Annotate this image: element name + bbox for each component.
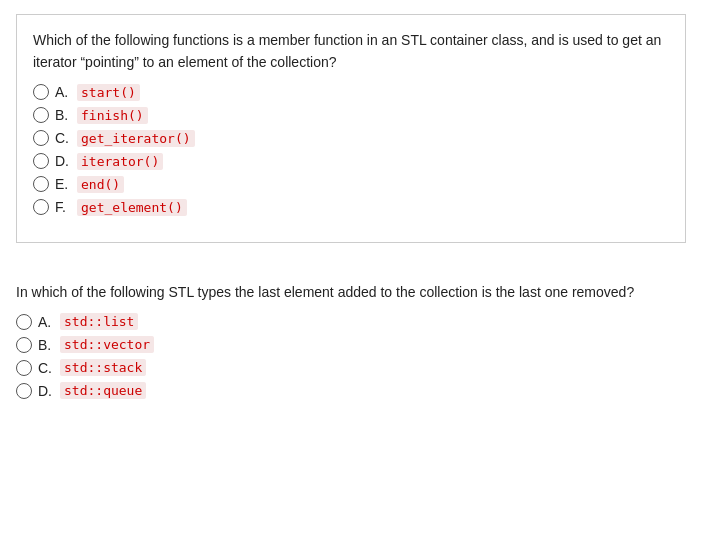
option-code: get_iterator() <box>77 130 195 147</box>
question2-block: In which of the following STL types the … <box>16 281 686 399</box>
question1-options: A.start()B.finish()C.get_iterator()D.ite… <box>33 84 669 216</box>
option-letter: B. <box>55 107 71 123</box>
radio-icon[interactable] <box>16 337 32 353</box>
option-letter: D. <box>38 383 54 399</box>
radio-icon[interactable] <box>33 130 49 146</box>
radio-icon[interactable] <box>16 360 32 376</box>
question2-option-2[interactable]: C.std::stack <box>16 359 686 376</box>
radio-icon[interactable] <box>16 383 32 399</box>
question1-option-1[interactable]: B.finish() <box>33 107 669 124</box>
question1-text: Which of the following functions is a me… <box>33 29 669 74</box>
option-code: finish() <box>77 107 148 124</box>
option-code: std::vector <box>60 336 154 353</box>
option-letter: E. <box>55 176 71 192</box>
option-code: start() <box>77 84 140 101</box>
option-code: iterator() <box>77 153 163 170</box>
question1-option-3[interactable]: D.iterator() <box>33 153 669 170</box>
question1-block: Which of the following functions is a me… <box>16 14 686 243</box>
radio-icon[interactable] <box>16 314 32 330</box>
option-code: end() <box>77 176 124 193</box>
radio-icon[interactable] <box>33 84 49 100</box>
option-code: std::stack <box>60 359 146 376</box>
option-letter: C. <box>38 360 54 376</box>
option-code: std::list <box>60 313 138 330</box>
option-letter: D. <box>55 153 71 169</box>
question-gap <box>0 257 702 281</box>
question1-option-0[interactable]: A.start() <box>33 84 669 101</box>
question2-option-3[interactable]: D.std::queue <box>16 382 686 399</box>
question2-option-1[interactable]: B.std::vector <box>16 336 686 353</box>
radio-icon[interactable] <box>33 199 49 215</box>
question1-option-5[interactable]: F.get_element() <box>33 199 669 216</box>
radio-icon[interactable] <box>33 176 49 192</box>
radio-icon[interactable] <box>33 153 49 169</box>
option-letter: B. <box>38 337 54 353</box>
option-letter: A. <box>38 314 54 330</box>
option-letter: C. <box>55 130 71 146</box>
question2-option-0[interactable]: A.std::list <box>16 313 686 330</box>
question1-option-4[interactable]: E.end() <box>33 176 669 193</box>
option-code: get_element() <box>77 199 187 216</box>
radio-icon[interactable] <box>33 107 49 123</box>
option-letter: A. <box>55 84 71 100</box>
option-code: std::queue <box>60 382 146 399</box>
question2-options: A.std::listB.std::vectorC.std::stackD.st… <box>16 313 686 399</box>
option-letter: F. <box>55 199 71 215</box>
question1-option-2[interactable]: C.get_iterator() <box>33 130 669 147</box>
question2-text: In which of the following STL types the … <box>16 281 686 303</box>
